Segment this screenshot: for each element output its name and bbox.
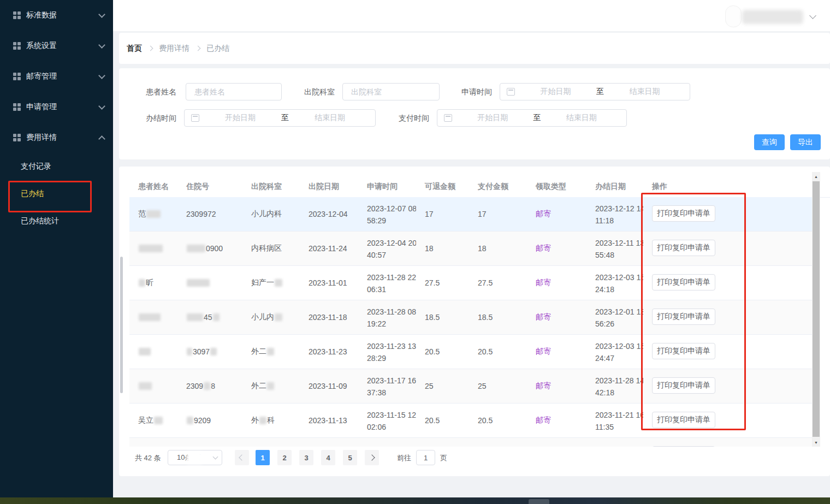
cell-action: 打印复印申请单	[643, 404, 812, 437]
print-copy-application-button[interactable]: 打印复印申请单	[652, 446, 715, 447]
cell-text: 2023-11-21 16:	[595, 409, 643, 421]
print-copy-application-button[interactable]: 打印复印申请单	[652, 412, 715, 428]
cell-text: 科	[267, 416, 275, 425]
sidebar-item-label: 费用详情	[26, 133, 99, 143]
cell-refundable: 20.5	[416, 404, 469, 437]
cell-action: 打印复印申请单	[643, 232, 812, 265]
cell-pickup_type: 邮寄	[527, 335, 586, 369]
cell-dept: 小儿内	[242, 300, 300, 334]
cell-text: 2023-11-28 22:	[367, 271, 416, 283]
redacted-text	[139, 279, 145, 287]
next-page-button[interactable]	[365, 450, 379, 465]
cell-name: 昕	[129, 266, 177, 300]
cell-text: 2023-11-28 14:	[595, 375, 643, 387]
cell-text: 06:31	[367, 283, 416, 295]
breadcrumb-item-1[interactable]: 费用详情	[159, 44, 189, 54]
sidebar-subitem-label: 支付记录	[21, 162, 51, 171]
sidebar-item-4[interactable]: 费用详情	[0, 122, 113, 153]
table-row-4: 45小儿内2023-11-182023-11-28 08:19:2218.518…	[129, 300, 812, 335]
cell-apply_time: 2023-11-28 08:19:22	[358, 300, 416, 334]
sidebar-item-0[interactable]: 标准数据	[0, 0, 113, 31]
scroll-down-arrow-icon[interactable]: ▼	[812, 438, 820, 447]
print-copy-application-button[interactable]: 打印复印申请单	[652, 205, 715, 222]
top-header	[113, 0, 830, 31]
patient-name-input[interactable]	[186, 83, 282, 100]
chevron-down-icon	[98, 103, 105, 110]
chevron-down-icon[interactable]	[809, 12, 816, 19]
pagination: 共 42 条 10条/页 前往 页 12345	[119, 450, 830, 465]
page-button-5[interactable]: 5	[343, 450, 357, 465]
cell-refundable: 18.5	[416, 300, 469, 334]
prev-page-button[interactable]	[235, 450, 249, 465]
cell-text: 11:18	[595, 215, 643, 227]
cell-finish_time: 2023-11-21 16:	[586, 438, 643, 447]
range-separator: 至	[531, 113, 543, 123]
cell-paid: 27.5	[469, 266, 527, 300]
sidebar-subitem-1[interactable]: 已办结	[0, 180, 113, 207]
cell-paid: 17	[469, 197, 527, 231]
search-button[interactable]: 查询	[754, 134, 785, 150]
chevron-right-icon	[369, 454, 375, 460]
page-size-select[interactable]: 10条/页	[168, 450, 222, 465]
export-button[interactable]: 导出	[790, 134, 821, 150]
finish-time-range-picker[interactable]: 开始日期 至 结束日期	[184, 109, 376, 127]
cell-finish_time: 2023-11-28 14:42:18	[586, 369, 643, 403]
sidebar-item-2[interactable]: 邮寄管理	[0, 61, 113, 92]
redacted-text	[210, 348, 217, 355]
page-scrollbar-thumb[interactable]	[120, 257, 123, 393]
cell-text: 外二	[251, 347, 266, 357]
page-button-3[interactable]: 3	[299, 450, 313, 465]
cell-text: 8	[211, 382, 215, 390]
redacted-text	[259, 417, 266, 424]
redacted-text	[187, 417, 193, 424]
sidebar-item-3[interactable]: 申请管理	[0, 92, 113, 122]
column-header-9: 操作	[643, 182, 812, 192]
cell-refundable: 20.5	[416, 335, 469, 369]
scroll-up-arrow-icon[interactable]: ▲	[812, 172, 820, 181]
cell-name	[129, 335, 177, 369]
patient-name-label: 患者姓名	[146, 83, 176, 100]
cell-action: 打印复印申请单	[643, 197, 812, 231]
page-button-4[interactable]: 4	[321, 450, 335, 465]
cell-name	[129, 232, 177, 265]
apply-time-range-picker[interactable]: 开始日期 至 结束日期	[500, 83, 690, 100]
table-scrollbar[interactable]: ▲ ▼	[812, 172, 820, 447]
discharge-dept-input[interactable]	[342, 83, 440, 100]
sidebar-item-1[interactable]: 系统设置	[0, 31, 113, 61]
table-row-2: 0900内科病区2023-11-242023-12-04 20:40:57181…	[129, 232, 812, 266]
print-copy-application-button[interactable]: 打印复印申请单	[652, 240, 715, 256]
table-card: 患者姓名住院号出院科室出院日期申请时间可退金额支付金额领取类型办结日期操作 范2…	[119, 167, 830, 476]
goto-page-input[interactable]	[416, 450, 435, 465]
table-row-8: 2023-11-21 16:打印复印申请单	[129, 438, 812, 447]
taskbar-window-sliver	[529, 499, 549, 504]
range-separator: 至	[279, 113, 291, 123]
cell-apply_time: 2023-12-04 20:40:57	[358, 232, 416, 265]
sidebar-subitem-2[interactable]: 已办结统计	[0, 207, 113, 235]
table-row-5: 3097外二2023-11-232023-11-23 13:28:2920.52…	[129, 335, 812, 369]
apply-time-label: 申请时间	[461, 83, 492, 100]
redacted-text	[146, 210, 161, 218]
user-avatar	[725, 5, 742, 27]
pay-time-range-picker[interactable]: 开始日期 至 结束日期	[437, 109, 627, 127]
redacted-text	[267, 382, 274, 390]
page-button-1[interactable]: 1	[256, 450, 270, 465]
print-copy-application-button[interactable]: 打印复印申请单	[652, 309, 715, 325]
sidebar-subitem-label: 已办结	[21, 189, 44, 199]
page-button-2[interactable]: 2	[277, 450, 292, 465]
table-row-1: 范2309972小儿内科2023-12-042023-12-07 08:58:2…	[129, 197, 812, 232]
cell-text: 2023-12-01 13:	[595, 306, 643, 318]
cell-text: 外	[251, 416, 259, 425]
cell-text: 2023-11-28 08:	[367, 306, 416, 318]
print-copy-application-button[interactable]: 打印复印申请单	[652, 274, 715, 290]
cell-hospital_no: 3097	[177, 335, 242, 369]
breadcrumb-item-0[interactable]: 首页	[127, 44, 142, 54]
scrollbar-thumb[interactable]	[813, 181, 820, 437]
print-copy-application-button[interactable]: 打印复印申请单	[652, 377, 715, 394]
menu-grid-icon	[13, 11, 21, 19]
sidebar-subitem-0[interactable]: 支付记录	[0, 153, 113, 180]
finish-time-label: 办结时间	[146, 109, 176, 127]
column-header-4: 申请时间	[358, 182, 416, 192]
print-copy-application-button[interactable]: 打印复印申请单	[652, 343, 715, 359]
cell-hospital_no: 0900	[177, 232, 242, 265]
chevron-up-icon	[98, 135, 105, 143]
